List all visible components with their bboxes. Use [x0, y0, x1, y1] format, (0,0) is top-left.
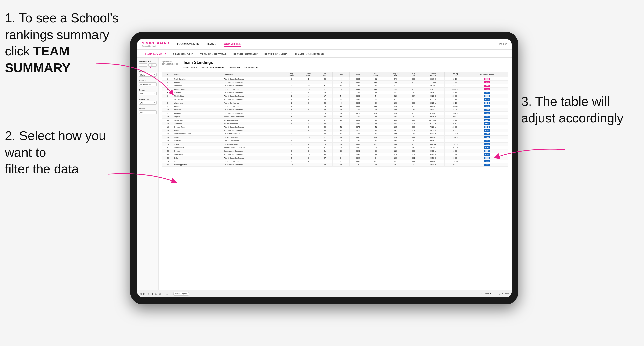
cell-rnds: 1.8 — [332, 163, 350, 167]
cell-conf-rank: 8 — [300, 105, 317, 108]
cell-score: 80.13 — [466, 163, 508, 167]
filter-slider-knob[interactable] — [150, 66, 151, 68]
cell-avg-rank: 4 — [283, 139, 300, 143]
table-row[interactable]: 2 Auburn Southeastern Conference 1 9 27 … — [162, 81, 508, 84]
chevron-down-icon-3: ▾ — [154, 93, 155, 94]
cell-wins: 276.0 — [350, 119, 367, 122]
chevron-down-icon: ▾ — [154, 74, 155, 76]
cell-score: 80.54 — [466, 150, 508, 153]
cell-rnds: 4.2 — [332, 125, 350, 129]
cell-avg-par: 2.20 — [385, 94, 406, 98]
region-select[interactable]: N/A ▾ — [139, 92, 156, 95]
watch-btn[interactable]: 👁 Watch ▾ — [481, 293, 491, 295]
share-icon-2[interactable]: ⬆ — [151, 293, 153, 295]
cell-score: 85.58 — [466, 88, 508, 91]
cell-vs-top25: 12-13-0 — [445, 136, 466, 139]
cell-rank: 10 — [162, 108, 173, 112]
cell-vs-top25: 11-29-1 — [445, 150, 466, 153]
table-row[interactable]: 4 Arizona State Pac-12 Conference 1 26 3… — [162, 88, 508, 91]
cell-school: Alabama — [173, 108, 223, 112]
cell-no-tour: 26 — [317, 143, 332, 146]
table-row[interactable]: 20 Texas Big 12 Conference 3 7 26 0.8 27… — [162, 143, 508, 146]
table-row[interactable]: 21 New Mexico Mountain West Conference 1… — [162, 146, 508, 150]
min-round-max[interactable]: 30 — [148, 63, 157, 66]
cell-adj: -3.8 — [366, 112, 385, 115]
table-row[interactable]: 9 Arizona Pac-12 Conference 2 8 23 4.6 2… — [162, 105, 508, 108]
nav-teams[interactable]: TEAMS — [206, 41, 216, 47]
table-row[interactable]: 17 East Tennessee State Southern Confere… — [162, 132, 508, 136]
cell-rnds: 6 — [332, 81, 350, 84]
tab-team-h2h-grid[interactable]: TEAM H2H GRID — [170, 52, 196, 57]
cell-avg-rank: 3 — [283, 112, 300, 115]
table-row[interactable]: 11 Arkansas Southeastern Conference 3 8 … — [162, 112, 508, 115]
nav-committee[interactable]: COMMITTEE — [224, 41, 241, 47]
cell-vs-top25: 17-9-0 — [445, 115, 466, 119]
table-row[interactable]: 12 Virginia Atlantic Coast Conference 5 … — [162, 115, 508, 119]
table-row[interactable]: 19 California Pac-12 Conference 4 8 24 2… — [162, 139, 508, 143]
table-row[interactable]: 6 Florida State Atlantic Coast Conferenc… — [162, 94, 508, 98]
cell-score: 86.58 — [466, 84, 508, 88]
expand-icon[interactable]: ⛶ — [497, 293, 500, 295]
cell-school: East Tennessee State — [173, 132, 223, 136]
cell-avg-low: 270 — [406, 163, 421, 167]
table-row[interactable]: 23 Texas A&M Southeastern Conference 9 1… — [162, 153, 508, 156]
clock-icon[interactable]: ⏱ — [166, 293, 168, 295]
table-row[interactable]: 10 Alabama Southeastern Conference 5 6 2… — [162, 108, 508, 112]
cell-avg-low: 268 — [406, 105, 421, 108]
cell-conference: Southeastern Conference — [223, 153, 283, 156]
cell-avg-rank: 5 — [283, 115, 300, 119]
gender-select[interactable]: Men's ▾ — [139, 73, 156, 77]
forward-icon[interactable]: ▶ — [144, 293, 146, 295]
sign-out-btn[interactable]: Sign out — [498, 43, 507, 45]
table-row[interactable]: 25 Oregon Pac-12 Conference 9 7 21 0.1 2… — [162, 160, 508, 163]
table-row[interactable]: 26 Mississippi State Southeastern Confer… — [162, 163, 508, 167]
table-row[interactable]: 7 Tennessee Southeastern Conference 4 8 … — [162, 98, 508, 101]
table-row[interactable]: 18 Illinois Big Ten Conference 1 23 3 1.… — [162, 136, 508, 139]
cell-conf-rank: 10 — [300, 94, 317, 98]
tab-player-summary[interactable]: PLAYER SUMMARY — [230, 52, 260, 57]
logo-text: SCOREBOARD — [142, 41, 169, 45]
cell-school: Tennessee — [173, 98, 223, 101]
cell-vs-top25: 9-12-1 — [445, 146, 466, 150]
bookmark-icon[interactable]: □ — [155, 293, 157, 295]
share-btn[interactable]: ↗ Share — [502, 293, 509, 295]
cell-vs-top25: 42-18-0 — [445, 77, 466, 81]
nav-tournaments[interactable]: TOURNAMENTS — [177, 41, 199, 47]
cell-conference: Southeastern Conference — [223, 91, 283, 94]
table-row[interactable]: 14 Oklahoma Big 12 Conference 4 2 24 4 2… — [162, 122, 508, 125]
cell-vs-top25: 9-24-0 — [445, 129, 466, 132]
cell-rnds: 4.6 — [332, 105, 350, 108]
tab-team-h2h-heatmap[interactable]: TEAM H2H HEATMAP — [197, 52, 230, 57]
tab-player-h2h-heatmap[interactable]: PLAYER H2H HEATMAP — [292, 52, 327, 57]
cell-adj: -4.0 — [366, 81, 385, 84]
reload-icon[interactable]: ↺ — [148, 293, 150, 295]
table-row[interactable]: 13 Texas Tech Big 12 Conference 1 9 27 3… — [162, 119, 508, 122]
view-original-btn[interactable]: View: Original — [174, 292, 189, 296]
table-row[interactable]: 15 Georgia Tech Atlantic Coast Conferenc… — [162, 125, 508, 129]
cell-adj: -2.9 — [366, 129, 385, 132]
table-row[interactable]: 3 Vanderbilt Southeastern Conference 1 2… — [162, 84, 508, 88]
min-round-min[interactable]: 4 — [139, 63, 148, 66]
table-row[interactable]: 8 Washington Pac-12 Conference 2 8 23 6 … — [162, 101, 508, 105]
conference-select[interactable]: (All) ▾ — [139, 101, 156, 105]
cell-conf-rank: 6 — [300, 108, 317, 112]
table-row[interactable]: 5 Ole Miss Southeastern Conference 3 6 1… — [162, 91, 508, 94]
cell-rank: 21 — [162, 146, 173, 150]
division-select[interactable]: NCAA Division I ▾ — [139, 82, 156, 86]
table-row[interactable]: 16 Florida Southeastern Conference 7 9 2… — [162, 129, 508, 132]
school-select[interactable]: (All) ▾ — [139, 110, 156, 114]
table-row[interactable]: 1 North Carolina Atlantic Coast Conferen… — [162, 77, 508, 81]
cell-vs-top25: 13-24-1 — [445, 108, 466, 112]
cell-overall: 104-42-3 — [421, 119, 445, 122]
cell-adj: -6.5 — [366, 98, 385, 101]
table-row[interactable]: 24 Duke Atlantic Coast Conference 5 9 27… — [162, 156, 508, 160]
tab-team-summary[interactable]: TEAM SUMMARY — [142, 51, 169, 57]
cell-wins: 274.8 — [350, 91, 367, 94]
tab-player-h2h-grid[interactable]: PLAYER H2H GRID — [262, 52, 291, 57]
cell-wins: 277.0 — [350, 112, 367, 115]
cell-rank: 25 — [162, 160, 173, 163]
table-row[interactable]: 22 Georgia Southeastern Conference 8 7 2… — [162, 150, 508, 153]
cell-avg-low: 260 — [406, 139, 421, 143]
copy-icon[interactable]: ⊞ — [159, 293, 161, 295]
back-icon[interactable]: ◀ — [140, 293, 142, 295]
